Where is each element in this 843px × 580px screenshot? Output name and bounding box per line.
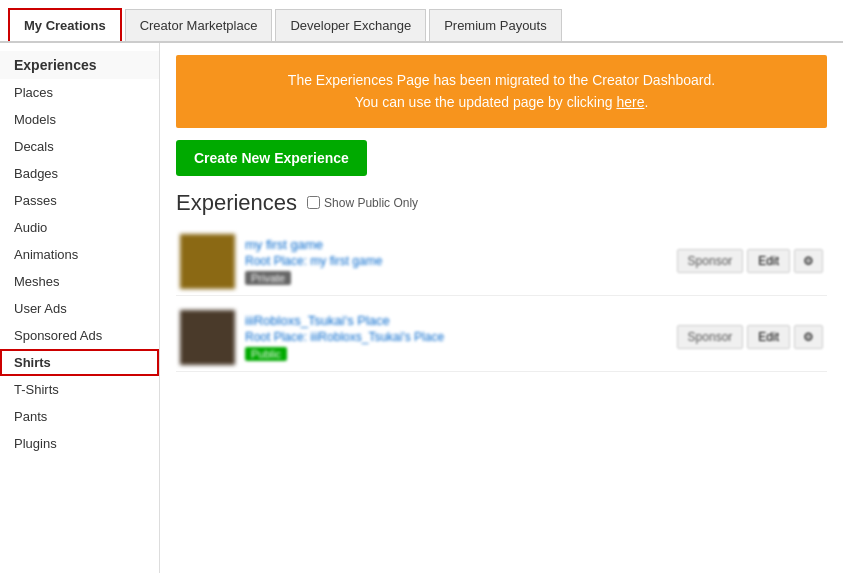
sidebar-item-shirts[interactable]: Shirts [0,349,159,376]
experience-list: my first game Root Place: my first game … [176,228,827,372]
experience-thumbnail [180,310,235,365]
sponsor-button[interactable]: Sponsor [677,325,744,349]
experience-actions: Sponsor Edit ⚙ [677,325,823,349]
table-row: my first game Root Place: my first game … [176,228,827,296]
create-experience-button[interactable]: Create New Experience [176,140,367,176]
tab-my-creations[interactable]: My Creations [8,8,122,41]
sidebar-item-badges[interactable]: Badges [0,160,159,187]
experience-actions: Sponsor Edit ⚙ [677,249,823,273]
settings-button[interactable]: ⚙ [794,249,823,273]
show-public-checkbox[interactable] [307,196,320,209]
sidebar-item-audio[interactable]: Audio [0,214,159,241]
experience-root-place: Root Place: iiiRobloxs_Tsukai's Place [245,330,667,344]
sidebar-item-places[interactable]: Places [0,79,159,106]
experience-thumbnail [180,234,235,289]
sidebar-item-plugins[interactable]: Plugins [0,430,159,457]
sponsor-button[interactable]: Sponsor [677,249,744,273]
main-layout: ExperiencesPlacesModelsDecalsBadgesPasse… [0,43,843,573]
experience-name[interactable]: my first game [245,237,667,252]
banner-text-3: . [644,94,648,110]
status-badge: Private [245,271,291,285]
show-public-label[interactable]: Show Public Only [307,196,418,210]
sidebar-item-animations[interactable]: Animations [0,241,159,268]
sidebar-item-user-ads[interactable]: User Ads [0,295,159,322]
sidebar-item-sponsored-ads[interactable]: Sponsored Ads [0,322,159,349]
sidebar-item-experiences: Experiences [0,51,159,79]
banner-text-1: The Experiences Page has been migrated t… [288,72,715,88]
tab-bar: My CreationsCreator MarketplaceDeveloper… [0,0,843,43]
tab-developer-exchange[interactable]: Developer Exchange [275,9,426,41]
edit-button[interactable]: Edit [747,325,790,349]
banner-link[interactable]: here [616,94,644,110]
sidebar-item-passes[interactable]: Passes [0,187,159,214]
show-public-text: Show Public Only [324,196,418,210]
experiences-header: Experiences Show Public Only [176,190,827,216]
experience-root-place: Root Place: my first game [245,254,667,268]
edit-button[interactable]: Edit [747,249,790,273]
settings-button[interactable]: ⚙ [794,325,823,349]
sidebar-item-meshes[interactable]: Meshes [0,268,159,295]
experience-info: my first game Root Place: my first game … [245,237,667,285]
tab-premium-payouts[interactable]: Premium Payouts [429,9,562,41]
experience-name[interactable]: iiiRobloxs_Tsukai's Place [245,313,667,328]
sidebar-item-pants[interactable]: Pants [0,403,159,430]
experience-info: iiiRobloxs_Tsukai's Place Root Place: ii… [245,313,667,361]
migration-banner: The Experiences Page has been migrated t… [176,55,827,128]
content-area: The Experiences Page has been migrated t… [160,43,843,573]
sidebar-item-t-shirts[interactable]: T-Shirts [0,376,159,403]
banner-text-2: You can use the updated page by clicking [355,94,617,110]
experiences-section-title: Experiences [176,190,297,216]
sidebar-item-models[interactable]: Models [0,106,159,133]
status-badge: Public [245,347,287,361]
table-row: iiiRobloxs_Tsukai's Place Root Place: ii… [176,304,827,372]
sidebar: ExperiencesPlacesModelsDecalsBadgesPasse… [0,43,160,573]
tab-creator-marketplace[interactable]: Creator Marketplace [125,9,273,41]
sidebar-item-decals[interactable]: Decals [0,133,159,160]
